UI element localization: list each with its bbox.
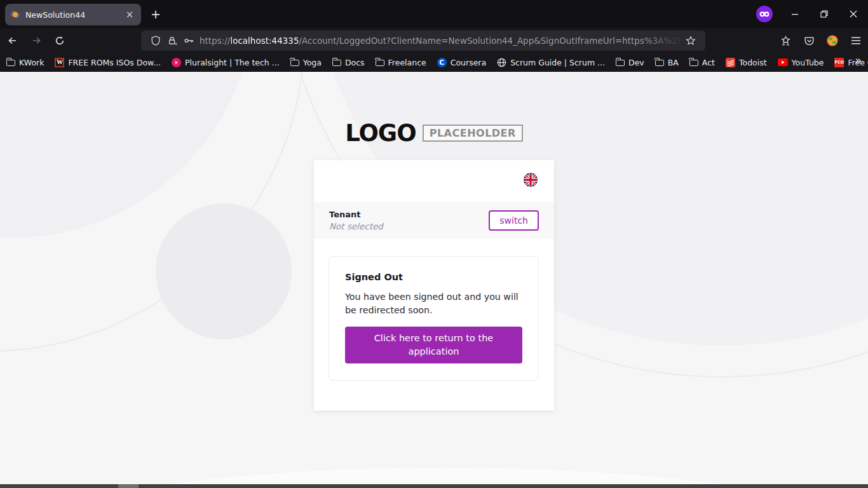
signed-out-title: Signed Out xyxy=(345,272,522,282)
back-button[interactable] xyxy=(2,30,24,51)
bottom-bar-notch xyxy=(118,484,139,488)
restore-button[interactable] xyxy=(810,0,839,28)
pocket-icon[interactable] xyxy=(798,30,820,51)
bookmark-star-icon[interactable] xyxy=(682,32,699,49)
bookmark-item[interactable]: Act xyxy=(689,58,715,67)
url-text: https://localhost:44335/Account/LoggedOu… xyxy=(200,36,682,46)
folder-icon xyxy=(332,60,341,66)
tenant-section: Tenant Not selected switch xyxy=(314,202,554,239)
url-scheme: https:// xyxy=(200,36,230,46)
folder-icon xyxy=(6,60,15,66)
bookmark-item[interactable]: BA xyxy=(655,58,679,67)
tab-close-icon[interactable]: × xyxy=(123,8,136,21)
url-path: /Account/LoggedOut?ClientName=NewSolutio… xyxy=(299,36,682,46)
tenant-value: Not selected xyxy=(329,221,383,231)
tenant-info: Tenant Not selected xyxy=(329,210,383,231)
bottom-edge-bar xyxy=(0,484,868,488)
bookmark-item[interactable]: FCO Free Courses Online D... xyxy=(834,58,868,67)
folder-icon xyxy=(290,60,299,66)
url-host: localhost:44335 xyxy=(230,36,299,46)
bookmark-item[interactable]: Todoist xyxy=(726,58,767,67)
toolbar-right-icons xyxy=(773,30,867,51)
bookmark-item[interactable]: Pluralsight | The tech ... xyxy=(172,58,280,67)
folder-icon xyxy=(376,60,384,66)
bookmarks-toolbar-star-icon[interactable] xyxy=(775,30,796,51)
bookmark-item[interactable]: YouTube xyxy=(778,58,824,67)
reload-button[interactable] xyxy=(49,30,71,51)
key-icon[interactable] xyxy=(180,32,197,49)
bookmark-item[interactable]: Docs xyxy=(332,58,365,67)
wikipedia-w-icon: W xyxy=(55,58,64,67)
youtube-icon xyxy=(778,58,788,66)
bookmark-item[interactable]: C Coursera xyxy=(437,58,486,67)
address-bar[interactable]: https://localhost:44335/Account/LoggedOu… xyxy=(141,30,705,51)
close-window-button[interactable] xyxy=(839,0,868,28)
decorative-circle xyxy=(0,468,868,484)
forward-button[interactable] xyxy=(25,30,47,51)
folder-icon xyxy=(616,60,625,66)
bookmark-item[interactable]: W FREE ROMs ISOs Dow... xyxy=(55,58,161,67)
account-card: Tenant Not selected switch Signed Out Yo… xyxy=(314,160,554,410)
return-to-application-button[interactable]: Click here to return to the application xyxy=(345,327,522,363)
tab-title: NewSolution44 xyxy=(25,10,123,20)
signed-out-panel: Signed Out You have been signed out and … xyxy=(329,256,539,381)
logo-text: LOGO xyxy=(345,119,416,147)
menu-hamburger-icon[interactable] xyxy=(845,30,867,51)
globe-icon xyxy=(497,58,506,67)
logo: LOGO PLACEHOLDER xyxy=(0,119,868,147)
fco-icon: FCO xyxy=(834,58,844,67)
folder-icon xyxy=(689,60,698,66)
folder-icon xyxy=(655,60,664,66)
bookmark-item[interactable]: KWork xyxy=(6,58,44,67)
site-favicon-icon xyxy=(10,10,20,20)
bookmarks-overflow-chevron-icon[interactable]: » xyxy=(855,54,862,67)
tenant-label: Tenant xyxy=(329,210,383,219)
extension-globe-icon[interactable] xyxy=(822,30,843,51)
tenant-switch-button[interactable]: switch xyxy=(489,210,539,231)
bookmark-item[interactable]: Freelance xyxy=(376,58,426,67)
page-content: LOGO PLACEHOLDER Tenant Not selected swi… xyxy=(0,72,868,484)
bookmarks-toolbar: KWork W FREE ROMs ISOs Dow... Pluralsigh… xyxy=(0,53,868,72)
decorative-circle xyxy=(156,203,292,339)
pluralsight-icon xyxy=(172,58,181,67)
lock-warning-icon[interactable] xyxy=(164,32,180,49)
minimize-button[interactable] xyxy=(780,0,810,28)
bookmark-item[interactable]: Yoga xyxy=(290,58,322,67)
todoist-icon xyxy=(726,58,735,67)
tracking-shield-icon[interactable] xyxy=(147,32,164,49)
coursera-icon: C xyxy=(437,58,447,67)
window-controls xyxy=(780,0,868,28)
private-browsing-mask-icon xyxy=(756,6,773,22)
uk-flag-language-icon[interactable] xyxy=(524,173,538,187)
signed-out-message: You have been signed out and you will be… xyxy=(345,290,522,317)
bookmark-item[interactable]: Scrum Guide | Scrum ... xyxy=(497,58,605,67)
new-tab-button[interactable]: + xyxy=(147,6,164,23)
bookmark-item[interactable]: Dev xyxy=(616,58,644,67)
tab-strip: NewSolution44 × + xyxy=(0,0,868,28)
browser-tab[interactable]: NewSolution44 × xyxy=(5,4,141,25)
logo-placeholder-badge: PLACEHOLDER xyxy=(423,125,523,142)
